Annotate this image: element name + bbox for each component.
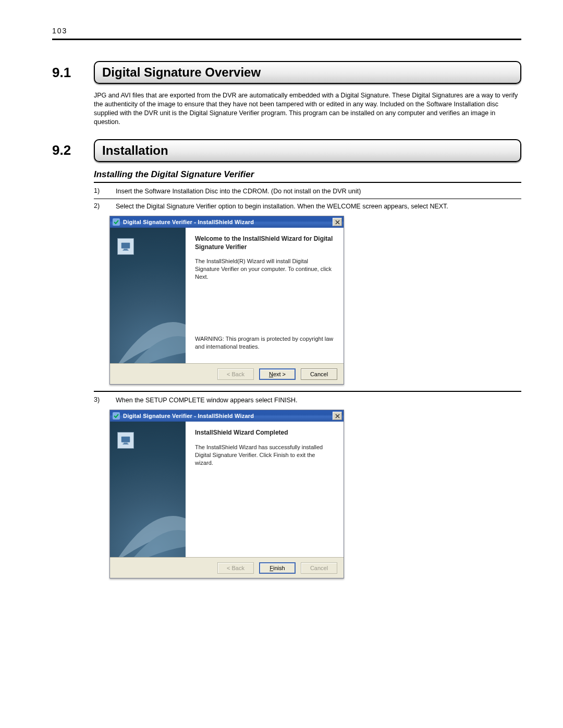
- step-3: 3) When the SETUP COMPLETE window appear…: [94, 396, 521, 404]
- installer-window: Digital Signature Verifier - InstallShie…: [109, 410, 344, 578]
- side-graphic: [110, 228, 186, 363]
- installer-body: Welcome to the InstallShield Wizard for …: [110, 228, 344, 363]
- svg-rect-0: [121, 243, 130, 249]
- close-button[interactable]: [333, 412, 342, 420]
- next-button[interactable]: Next >: [259, 368, 296, 380]
- close-button[interactable]: [333, 218, 342, 226]
- svg-rect-3: [121, 437, 130, 442]
- section-title: Digital Signature Overview: [94, 61, 521, 84]
- titlebar-text: Digital Signature Verifier - InstallShie…: [123, 413, 333, 419]
- swoosh-icon: [110, 275, 186, 363]
- cancel-button[interactable]: Cancel: [301, 368, 337, 380]
- finish-button[interactable]: Finish: [259, 562, 296, 574]
- section-number: 9.2: [52, 139, 94, 162]
- computer-icon: [117, 238, 134, 255]
- installer-icon: [113, 218, 120, 226]
- step-list: 1) Insert the Software Installation Disc…: [94, 187, 521, 211]
- svg-rect-2: [123, 250, 129, 250]
- installer-footer: < Back Next > Cancel: [110, 363, 344, 384]
- cancel-button: Cancel: [301, 562, 337, 574]
- section-title: Installation: [94, 139, 521, 162]
- wizard-description: The InstallShield(R) Wizard will install…: [195, 257, 334, 281]
- step-2: 2) Select the Digital Signature Verifier…: [94, 202, 521, 211]
- step-number: 2): [94, 202, 106, 211]
- section-9-2: 9.2 Installation: [52, 139, 521, 162]
- side-graphic: [110, 422, 186, 557]
- back-button: < Back: [217, 368, 254, 380]
- step-text: Select the Digital Signature Verifier op…: [116, 202, 521, 211]
- spacer: [195, 537, 334, 545]
- page-header: 103: [52, 26, 521, 35]
- step-text: When the SETUP COMPLETE window appears s…: [116, 396, 521, 404]
- header-rule: [52, 39, 521, 40]
- svg-rect-4: [124, 443, 127, 444]
- section-number: 9.1: [52, 61, 94, 84]
- subsection-heading: Installing the Digital Signature Verifie…: [94, 169, 521, 180]
- swoosh-icon: [110, 468, 186, 557]
- step-text: Insert the Software Installation Disc in…: [116, 187, 521, 195]
- overview-paragraph: JPG and AVI files that are exported from…: [94, 91, 521, 127]
- installer-body: InstallShield Wizard Completed The Insta…: [110, 422, 344, 557]
- installer-content: Welcome to the InstallShield Wizard for …: [186, 228, 344, 363]
- computer-icon: [117, 432, 134, 449]
- step-list-2: 3) When the SETUP COMPLETE window appear…: [94, 396, 521, 404]
- back-button: < Back: [217, 562, 254, 574]
- installer-content: InstallShield Wizard Completed The Insta…: [186, 422, 344, 557]
- page-number: 103: [52, 27, 67, 35]
- svg-rect-1: [124, 249, 127, 250]
- installer-complete: Digital Signature Verifier - InstallShie…: [109, 410, 521, 578]
- step-1: 1) Insert the Software Installation Disc…: [94, 187, 521, 195]
- svg-rect-5: [123, 444, 129, 445]
- wizard-heading: InstallShield Wizard Completed: [195, 429, 334, 437]
- titlebar: Digital Signature Verifier - InstallShie…: [110, 410, 344, 422]
- installer-welcome: Digital Signature Verifier - InstallShie…: [109, 216, 521, 385]
- section-rule-mid: [94, 391, 521, 392]
- wizard-warning: WARNING: This program is protected by co…: [195, 335, 334, 351]
- installer-window: Digital Signature Verifier - InstallShie…: [109, 216, 344, 385]
- step-divider: [94, 199, 521, 199]
- wizard-description: The InstallShield Wizard has successfull…: [195, 443, 334, 467]
- titlebar: Digital Signature Verifier - InstallShie…: [110, 216, 344, 228]
- step-number: 3): [94, 396, 106, 404]
- installer-footer: < Back Finish Cancel: [110, 557, 344, 578]
- installer-icon: [113, 412, 120, 419]
- subhead-rule: [94, 182, 521, 183]
- step-number: 1): [94, 187, 106, 195]
- section-9-1: 9.1 Digital Signature Overview: [52, 61, 521, 84]
- titlebar-text: Digital Signature Verifier - InstallShie…: [123, 219, 333, 225]
- wizard-heading: Welcome to the InstallShield Wizard for …: [195, 235, 334, 251]
